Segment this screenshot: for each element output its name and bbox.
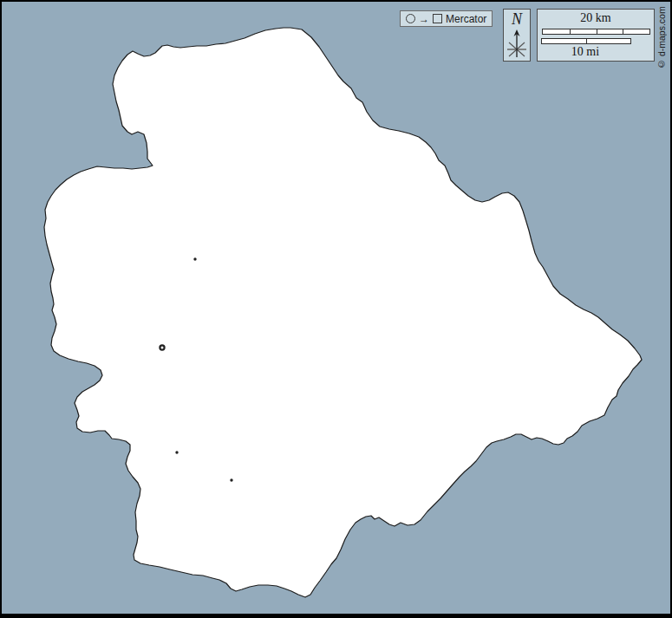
attribution: © d-maps.com xyxy=(656,9,669,69)
projection-label: Mercator xyxy=(446,13,486,25)
scale-tick xyxy=(623,29,623,34)
compass-box: N xyxy=(503,9,531,62)
circle-marker-icon xyxy=(406,14,415,23)
projection-badge: → Mercator xyxy=(400,10,493,27)
map-svg xyxy=(2,2,672,618)
town-dot-marker xyxy=(230,478,232,481)
town-dot-marker xyxy=(175,451,178,453)
scale-mi-label: 10 mi xyxy=(541,45,630,59)
map-canvas: → Mercator N 20 km 10 mi © d-maps.com xyxy=(0,0,672,618)
region-outline xyxy=(44,28,642,597)
scale-tick xyxy=(586,39,587,43)
square-marker-icon xyxy=(433,14,442,23)
town-dot-marker xyxy=(193,257,196,260)
scale-box: 20 km 10 mi xyxy=(537,9,655,62)
scale-tick xyxy=(570,29,571,34)
scale-bar-km xyxy=(542,29,650,35)
capital-ring-marker xyxy=(160,345,164,349)
north-label: N xyxy=(504,10,530,28)
arrow-right-icon: → xyxy=(419,14,429,24)
scale-km-label: 20 km xyxy=(538,11,654,25)
compass-rose-icon xyxy=(505,28,529,59)
scale-bar-mi xyxy=(541,38,631,44)
scale-tick xyxy=(597,29,597,34)
